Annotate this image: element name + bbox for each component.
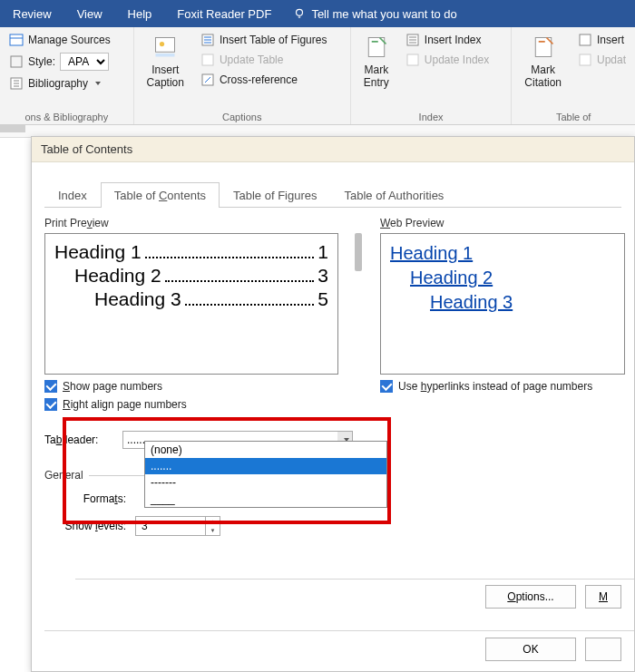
lightbulb-icon [293, 7, 306, 20]
update-table-label: Update Table [220, 54, 284, 66]
print-preview-line: Heading 1 1 [54, 241, 328, 263]
spinner-down-icon[interactable]: ▼ [206, 526, 220, 535]
mark-citation-button[interactable]: Mark Citation [517, 31, 569, 93]
insert-caption-button[interactable]: Insert Caption [140, 31, 191, 93]
group-label-captions: Captions [140, 110, 345, 123]
group-captions: Insert Caption Insert Table of Figures U… [134, 27, 351, 124]
update-table-button: Update Table [197, 51, 331, 69]
dialog-divider [75, 579, 634, 579]
menu-review[interactable]: Review [0, 2, 64, 26]
dialog-tabs: Index Table of Contents Table of Figures… [44, 182, 621, 208]
checkbox-icon [44, 398, 57, 411]
tab-leader-option-dashes[interactable]: ------- [145, 474, 386, 491]
print-preview-label: Print Preview [44, 217, 353, 229]
scrollbar-thumb[interactable] [355, 233, 362, 271]
update-index-button: Update Index [402, 51, 493, 69]
group-label-index: Index [357, 110, 505, 123]
svg-point-5 [160, 42, 164, 46]
use-hyperlinks-checkbox[interactable]: Use hyperlinks instead of page numbers [380, 380, 621, 393]
insert-toa-icon [578, 33, 592, 47]
use-hyperlinks-label: Use hyperlinks instead of page numbers [398, 380, 592, 393]
insert-toa-label: Insert [597, 34, 624, 46]
cross-reference-button[interactable]: Cross-reference [197, 71, 331, 89]
mark-entry-label: Mark Entry [364, 63, 389, 89]
menu-view[interactable]: View [64, 2, 115, 26]
svg-rect-6 [156, 54, 175, 57]
dialog-title: Table of Contents [32, 137, 634, 162]
right-align-checkbox[interactable]: Right align page numbers [44, 398, 353, 411]
update-index-label: Update Index [425, 54, 489, 66]
ok-button[interactable]: OK [485, 638, 576, 661]
dialog-divider [44, 630, 634, 631]
cancel-button[interactable] [585, 638, 621, 661]
style-dropdown[interactable]: APA [60, 53, 109, 71]
ruler-margin-indicator [0, 125, 25, 132]
update-index-icon [405, 53, 420, 67]
tab-leader-option-dots[interactable]: ....... [145, 458, 386, 474]
group-label-toa: Table of [517, 110, 630, 123]
style-select-row[interactable]: Style: APA [5, 51, 128, 73]
manage-sources-icon [9, 33, 24, 47]
update-toa-label: Updat [597, 54, 626, 66]
style-icon [9, 54, 24, 69]
mark-entry-icon [364, 34, 389, 60]
web-preview-link[interactable]: Heading 2 [390, 268, 615, 288]
tab-leader-dropdown-list[interactable]: (none) ....... ------- ____ [144, 441, 387, 508]
insert-tof-label: Insert Table of Figures [220, 34, 327, 46]
mark-entry-button[interactable]: Mark Entry [357, 31, 396, 93]
web-preview-link[interactable]: Heading 1 [390, 243, 615, 264]
menu-foxit[interactable]: Foxit Reader PDF [164, 2, 284, 26]
insert-index-button[interactable]: Insert Index [402, 31, 493, 49]
cross-reference-icon [200, 73, 215, 87]
checkbox-icon [380, 380, 393, 393]
manage-sources-button[interactable]: Manage Sources [5, 31, 128, 49]
print-preview-line: Heading 3 5 [54, 288, 328, 310]
svg-rect-1 [10, 34, 23, 45]
svg-rect-16 [580, 34, 591, 45]
show-levels-value: 3 [142, 520, 148, 532]
insert-caption-label: Insert Caption [147, 63, 184, 89]
svg-rect-2 [11, 56, 22, 67]
svg-rect-8 [202, 54, 213, 65]
menu-help[interactable]: Help [115, 2, 165, 26]
group-index: Mark Entry Insert Index Update Index Ind… [351, 27, 512, 124]
tab-toc[interactable]: Table of Contents [101, 182, 220, 208]
general-label: General [44, 469, 83, 482]
svg-rect-13 [407, 54, 418, 65]
update-table-icon [200, 53, 215, 67]
group-toa: Mark Citation Insert Updat Table of [512, 27, 635, 124]
tell-me-search[interactable]: Tell me what you want to do [288, 2, 462, 26]
group-label-citbib: ons & Bibliography [5, 110, 128, 123]
insert-toa-button[interactable]: Insert [574, 31, 630, 49]
right-align-label: Right align page numbers [63, 398, 187, 411]
web-preview-link[interactable]: Heading 3 [390, 292, 615, 313]
svg-rect-15 [538, 41, 544, 43]
insert-caption-icon [152, 34, 178, 60]
svg-point-0 [297, 9, 303, 15]
update-toa-button: Updat [574, 51, 630, 69]
web-preview-label: Web Preview [380, 217, 621, 229]
show-page-numbers-label: Show page numbers [63, 380, 162, 393]
bibliography-icon [9, 76, 24, 91]
bibliography-button[interactable]: Bibliography [5, 74, 128, 93]
tab-tof[interactable]: Table of Figures [220, 182, 331, 208]
insert-tof-icon [200, 33, 215, 47]
print-preview-line: Heading 2 3 [54, 265, 328, 287]
mark-citation-label: Mark Citation [524, 63, 562, 89]
tab-index[interactable]: Index [44, 182, 101, 208]
insert-tof-button[interactable]: Insert Table of Figures [197, 31, 331, 49]
toc-dialog: Table of Contents Index Table of Content… [31, 136, 635, 672]
insert-index-label: Insert Index [425, 34, 482, 46]
style-label: Style: [28, 55, 55, 68]
update-toa-icon [578, 53, 592, 67]
tab-leader-label: Tab leader: [44, 433, 122, 446]
tab-leader-option-underline[interactable]: ____ [145, 491, 386, 507]
tab-leader-option-none[interactable]: (none) [145, 442, 386, 458]
options-button[interactable]: Options... [485, 585, 576, 609]
show-levels-spinner[interactable]: 3 ▲ ▼ [135, 516, 220, 536]
spinner-up-icon[interactable]: ▲ [206, 517, 220, 526]
modify-button[interactable]: M [585, 585, 621, 609]
chevron-down-icon [95, 82, 101, 85]
tab-toa[interactable]: Table of Authorities [331, 182, 458, 208]
show-page-numbers-checkbox[interactable]: Show page numbers [44, 380, 353, 393]
